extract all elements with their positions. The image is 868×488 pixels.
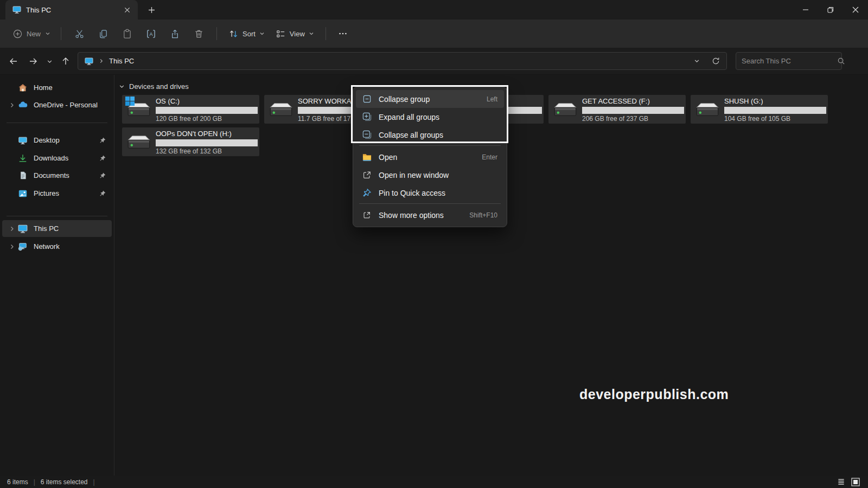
chevron-down-icon[interactable]	[119, 84, 125, 89]
see-more-button[interactable]	[332, 24, 354, 43]
drive-free-space: 104 GB free of 105 GB	[724, 115, 790, 123]
pin-icon	[361, 188, 373, 198]
cut-button[interactable]	[67, 24, 91, 43]
open-new-window-icon	[361, 170, 373, 180]
pictures-icon	[17, 189, 28, 198]
breadcrumb-location[interactable]: This PC	[109, 57, 694, 65]
menu-item-open-in-new-window[interactable]: Open in new window	[356, 166, 504, 184]
drive-name: SHUSH (G:)	[724, 97, 826, 105]
drive-usage-bar	[582, 107, 684, 114]
collapse-group-icon	[361, 94, 373, 104]
sidebar-item-network[interactable]: Network	[2, 238, 112, 255]
address-dropdown-icon[interactable]	[694, 58, 700, 64]
restore-button[interactable]	[818, 0, 843, 20]
chevron-down-icon	[47, 59, 53, 65]
selected-count: 6 items selected	[41, 478, 88, 486]
drive-tile-shush-g[interactable]: SHUSH (G:) 104 GB free of 105 GB	[691, 95, 828, 124]
menu-item-open[interactable]: Open Enter	[356, 148, 504, 166]
back-arrow-icon	[9, 56, 18, 66]
sidebar-item-label: This PC	[34, 224, 112, 233]
search-input[interactable]	[742, 57, 837, 65]
hard-drive-icon	[126, 133, 151, 151]
search-icon	[837, 57, 845, 65]
breadcrumb-chevron-icon	[99, 59, 104, 63]
search-box	[736, 52, 842, 70]
large-icons-view-button[interactable]	[850, 477, 861, 487]
drive-tile-os-c[interactable]: OS (C:) 120 GB free of 200 GB	[122, 95, 259, 124]
chevron-down-icon	[309, 31, 314, 36]
home-icon	[17, 83, 28, 93]
rename-icon: A	[146, 29, 156, 39]
copy-icon	[98, 29, 108, 39]
up-arrow-icon	[61, 56, 71, 66]
delete-button[interactable]	[187, 24, 210, 43]
sidebar-item-documents[interactable]: Documents	[2, 167, 112, 184]
menu-item-label: Expand all groups	[379, 113, 497, 121]
menu-item-collapse-group[interactable]: Collapse group Left	[356, 90, 504, 108]
onedrive-cloud-icon	[17, 100, 28, 110]
drive-free-space: 120 GB free of 200 GB	[156, 115, 222, 123]
close-button[interactable]	[843, 0, 868, 20]
sidebar-item-downloads[interactable]: Downloads	[2, 150, 112, 166]
new-tab-button[interactable]	[144, 3, 159, 17]
sidebar-item-home[interactable]: Home	[2, 79, 112, 96]
drive-name: OS (C:)	[156, 97, 258, 105]
status-divider: |	[93, 478, 95, 486]
drive-tile-oops-dont-open-h[interactable]: OOPs DON't OPEN (H:) 132 GB free of 132 …	[122, 127, 259, 156]
sidebar-item-label: Home	[34, 84, 112, 92]
chevron-right-icon[interactable]	[7, 226, 17, 232]
sidebar-item-pictures[interactable]: Pictures	[2, 185, 112, 202]
menu-item-label: Open	[379, 153, 482, 162]
trash-icon	[194, 29, 204, 39]
back-button[interactable]	[4, 52, 23, 70]
clipboard-icon	[122, 29, 132, 39]
minimize-button[interactable]	[793, 0, 818, 20]
tab-this-pc[interactable]: This PC	[5, 0, 138, 20]
drive-tile-get-accessed-f[interactable]: GET ACCESSED (F:) 206 GB free of 237 GB	[548, 95, 686, 124]
windows-logo-icon	[125, 96, 135, 106]
refresh-icon[interactable]	[712, 57, 720, 65]
chevron-right-icon[interactable]	[7, 102, 17, 108]
svg-text:A: A	[149, 31, 152, 36]
menu-item-label: Open in new window	[379, 171, 497, 179]
collapse-all-groups-icon	[361, 130, 373, 140]
sidebar-item-label: Pictures	[34, 189, 99, 197]
pin-icon	[99, 190, 106, 197]
drive-free-space: 132 GB free of 132 GB	[156, 147, 222, 155]
paste-button[interactable]	[115, 24, 139, 43]
toolbar-divider	[216, 27, 217, 40]
sidebar-item-this-pc[interactable]: This PC	[2, 220, 112, 237]
sidebar-item-label: Downloads	[34, 154, 99, 162]
menu-item-show-more-options[interactable]: Show more options Shift+F10	[356, 206, 504, 224]
share-button[interactable]	[163, 24, 187, 43]
pin-icon	[99, 155, 106, 162]
copy-button[interactable]	[91, 24, 115, 43]
rename-button[interactable]: A	[139, 24, 163, 43]
group-header-label: Devices and drives	[129, 82, 189, 91]
address-bar[interactable]: This PC	[78, 52, 727, 70]
drive-usage-bar	[724, 107, 826, 114]
sidebar-item-onedrive[interactable]: OneDrive - Personal	[2, 97, 112, 113]
tab-title: This PC	[26, 6, 120, 14]
sort-button[interactable]: Sort	[223, 25, 270, 42]
menu-item-label: Show more options	[379, 211, 469, 220]
up-button[interactable]	[56, 52, 75, 70]
sidebar-item-label: Desktop	[34, 136, 99, 144]
menu-item-shortcut: Left	[487, 95, 497, 103]
tab-close-icon[interactable]	[120, 3, 133, 16]
details-view-button[interactable]	[835, 477, 846, 487]
menu-item-expand-all-groups[interactable]: Expand all groups	[356, 108, 504, 126]
view-button-label: View	[290, 30, 305, 38]
toolbar-divider	[61, 27, 61, 40]
status-bar: 6 items | 6 items selected |	[0, 476, 868, 488]
sidebar-item-desktop[interactable]: Desktop	[2, 132, 112, 149]
forward-button[interactable]	[24, 52, 42, 70]
menu-item-pin-to-quick-access[interactable]: Pin to Quick access	[356, 184, 504, 202]
view-button[interactable]: View	[270, 25, 320, 42]
chevron-right-icon[interactable]	[7, 244, 17, 249]
view-icon	[276, 29, 286, 39]
menu-item-collapse-all-groups[interactable]: Collapse all groups	[356, 126, 504, 144]
chevron-down-icon	[45, 31, 50, 36]
new-button[interactable]: New	[9, 26, 55, 42]
recent-locations-button[interactable]	[42, 52, 56, 70]
